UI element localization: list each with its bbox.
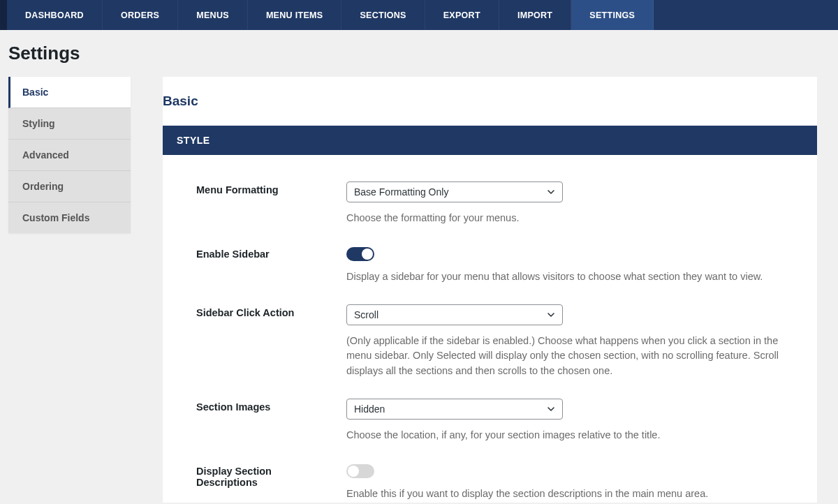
chevron-down-icon: [547, 311, 555, 319]
section-images-select[interactable]: Hidden: [346, 399, 563, 420]
field-label: Sidebar Click Action: [196, 304, 332, 379]
nav-orders[interactable]: ORDERS: [103, 0, 178, 30]
top-nav: DASHBOARD ORDERS MENUS MENU ITEMS SECTIO…: [0, 0, 838, 30]
field-help: Choose the formatting for your menus.: [346, 211, 793, 226]
select-value: Base Formatting Only: [354, 186, 448, 198]
toggle-knob: [348, 466, 359, 477]
sidebar-item-custom-fields[interactable]: Custom Fields: [8, 202, 131, 233]
field-help: Display a sidebar for your menu that all…: [346, 269, 793, 285]
field-help: (Only applicable if the sidebar is enabl…: [346, 334, 793, 379]
nav-import[interactable]: IMPORT: [499, 0, 571, 30]
chevron-down-icon: [547, 405, 555, 413]
field-sidebar-click-action: Sidebar Click Action Scroll (Only applic…: [163, 285, 817, 379]
nav-export[interactable]: EXPORT: [425, 0, 499, 30]
main-title: Basic: [163, 77, 817, 126]
nav-dashboard[interactable]: DASHBOARD: [7, 0, 103, 30]
nav-menus[interactable]: MENUS: [178, 0, 248, 30]
field-label: Section Images: [196, 399, 332, 443]
nav-sections[interactable]: SECTIONS: [341, 0, 425, 30]
nav-label: MENUS: [196, 10, 229, 20]
field-control: Display a sidebar for your menu that all…: [346, 246, 796, 285]
sidebar-item-advanced[interactable]: Advanced: [8, 140, 131, 171]
section-header-style: STYLE: [163, 126, 817, 155]
select-value: Hidden: [354, 403, 385, 415]
nav-label: ORDERS: [121, 10, 159, 20]
page-title: Settings: [8, 43, 838, 64]
field-help: Enable this if you want to display the s…: [346, 487, 793, 502]
nav-label: SETTINGS: [589, 10, 635, 20]
field-control: Scroll (Only applicable if the sidebar i…: [346, 304, 796, 379]
sidebar-item-basic[interactable]: Basic: [8, 77, 131, 108]
nav-label: IMPORT: [517, 10, 552, 20]
section-body: Menu Formatting Base Formatting Only Cho…: [163, 155, 817, 501]
select-value: Scroll: [354, 309, 378, 320]
settings-main: Basic STYLE Menu Formatting Base Formatt…: [163, 77, 817, 503]
nav-label: DASHBOARD: [25, 10, 84, 20]
sidebar-item-styling[interactable]: Styling: [8, 108, 131, 140]
field-control: Hidden Choose the location, if any, for …: [346, 399, 796, 443]
page-header: Settings: [0, 30, 838, 77]
sidebar-click-action-select[interactable]: Scroll: [346, 304, 563, 325]
sidebar-item-label: Ordering: [22, 181, 64, 192]
field-label: Display Section Descriptions: [196, 463, 332, 502]
top-nav-prefix: [0, 0, 7, 30]
sidebar-item-label: Basic: [22, 87, 48, 98]
nav-label: MENU ITEMS: [266, 10, 323, 20]
field-section-images: Section Images Hidden Choose the locatio…: [163, 379, 817, 443]
nav-label: SECTIONS: [360, 10, 406, 20]
sidebar-item-ordering[interactable]: Ordering: [8, 171, 131, 202]
field-menu-formatting: Menu Formatting Base Formatting Only Cho…: [163, 162, 817, 226]
sidebar-item-label: Styling: [22, 118, 55, 129]
field-label: Menu Formatting: [196, 181, 332, 226]
toggle-knob: [362, 249, 373, 260]
field-label: Enable Sidebar: [196, 246, 332, 285]
field-enable-sidebar: Enable Sidebar Display a sidebar for you…: [163, 226, 817, 285]
menu-formatting-select[interactable]: Base Formatting Only: [346, 181, 563, 202]
field-control: Enable this if you want to display the s…: [346, 463, 796, 502]
field-help: Choose the location, if any, for your se…: [346, 428, 793, 443]
enable-sidebar-toggle[interactable]: [346, 247, 374, 261]
settings-sidebar: Basic Styling Advanced Ordering Custom F…: [8, 77, 131, 233]
nav-label: EXPORT: [443, 10, 480, 20]
nav-settings[interactable]: SETTINGS: [571, 0, 654, 30]
field-display-section-descriptions: Display Section Descriptions Enable this…: [163, 443, 817, 502]
nav-menu-items[interactable]: MENU ITEMS: [248, 0, 341, 30]
display-section-descriptions-toggle[interactable]: [346, 464, 374, 478]
sidebar-item-label: Advanced: [22, 149, 69, 161]
sidebar-item-label: Custom Fields: [22, 212, 89, 223]
chevron-down-icon: [547, 188, 555, 196]
field-control: Base Formatting Only Choose the formatti…: [346, 181, 796, 226]
